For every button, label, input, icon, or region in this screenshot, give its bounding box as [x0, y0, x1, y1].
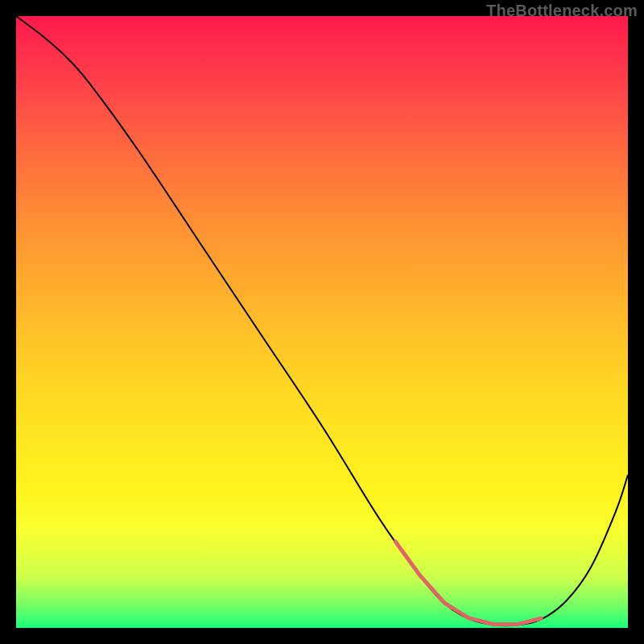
chart-svg: [16, 16, 628, 628]
bottleneck-curve-path: [16, 16, 628, 625]
page-frame: TheBottleneck.com: [0, 0, 644, 644]
plot-area: [16, 16, 628, 628]
optimal-range-dashes-path: [395, 542, 542, 625]
